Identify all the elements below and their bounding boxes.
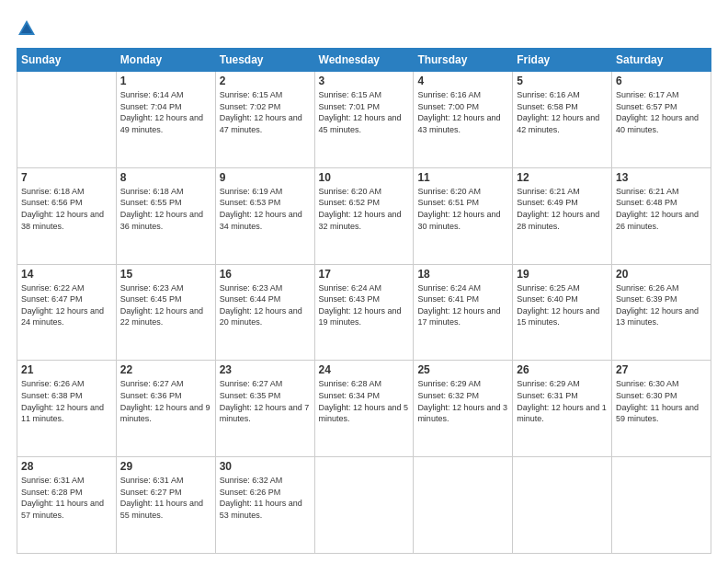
- calendar-cell: 20Sunrise: 6:26 AMSunset: 6:39 PMDayligh…: [612, 264, 711, 361]
- day-info: Sunrise: 6:24 AMSunset: 6:43 PMDaylight:…: [319, 282, 410, 328]
- day-number: 12: [517, 171, 608, 184]
- week-row-4: 21Sunrise: 6:26 AMSunset: 6:38 PMDayligh…: [17, 361, 711, 457]
- calendar-cell: 18Sunrise: 6:24 AMSunset: 6:41 PMDayligh…: [414, 264, 513, 361]
- day-number: 8: [120, 171, 211, 184]
- weekday-header-tuesday: Tuesday: [215, 49, 314, 72]
- day-number: 22: [120, 363, 211, 376]
- day-info: Sunrise: 6:19 AMSunset: 6:53 PMDaylight:…: [220, 186, 311, 232]
- calendar-cell: 22Sunrise: 6:27 AMSunset: 6:36 PMDayligh…: [116, 361, 215, 457]
- day-info: Sunrise: 6:20 AMSunset: 6:52 PMDaylight:…: [319, 186, 410, 232]
- calendar-cell: 6Sunrise: 6:17 AMSunset: 6:57 PMDaylight…: [612, 72, 711, 168]
- day-number: 30: [220, 460, 311, 473]
- calendar-cell: 5Sunrise: 6:16 AMSunset: 6:58 PMDaylight…: [513, 72, 612, 168]
- calendar-cell: 19Sunrise: 6:25 AMSunset: 6:40 PMDayligh…: [513, 264, 612, 361]
- weekday-header-wednesday: Wednesday: [314, 49, 414, 72]
- day-info: Sunrise: 6:23 AMSunset: 6:45 PMDaylight:…: [120, 282, 211, 328]
- day-number: 26: [517, 363, 608, 376]
- calendar-cell: 25Sunrise: 6:29 AMSunset: 6:32 PMDayligh…: [414, 361, 513, 457]
- calendar-table: SundayMondayTuesdayWednesdayThursdayFrid…: [17, 48, 711, 554]
- weekday-header-thursday: Thursday: [414, 49, 513, 72]
- week-row-1: 1Sunrise: 6:14 AMSunset: 7:04 PMDaylight…: [17, 72, 711, 168]
- day-info: Sunrise: 6:18 AMSunset: 6:56 PMDaylight:…: [21, 186, 112, 232]
- day-info: Sunrise: 6:16 AMSunset: 6:58 PMDaylight:…: [517, 89, 608, 135]
- day-info: Sunrise: 6:25 AMSunset: 6:40 PMDaylight:…: [517, 282, 608, 328]
- calendar-cell: 16Sunrise: 6:23 AMSunset: 6:44 PMDayligh…: [215, 264, 314, 361]
- day-number: 9: [220, 171, 311, 184]
- day-info: Sunrise: 6:27 AMSunset: 6:36 PMDaylight:…: [120, 378, 211, 424]
- day-info: Sunrise: 6:15 AMSunset: 7:02 PMDaylight:…: [220, 89, 311, 135]
- weekday-header-row: SundayMondayTuesdayWednesdayThursdayFrid…: [17, 49, 711, 72]
- calendar-cell: 17Sunrise: 6:24 AMSunset: 6:43 PMDayligh…: [314, 264, 414, 361]
- calendar-cell: 10Sunrise: 6:20 AMSunset: 6:52 PMDayligh…: [314, 167, 414, 264]
- day-info: Sunrise: 6:28 AMSunset: 6:34 PMDaylight:…: [319, 378, 410, 424]
- calendar-cell: [612, 457, 711, 554]
- day-info: Sunrise: 6:29 AMSunset: 6:31 PMDaylight:…: [517, 378, 608, 424]
- calendar-cell: 12Sunrise: 6:21 AMSunset: 6:49 PMDayligh…: [513, 167, 612, 264]
- calendar-cell: 28Sunrise: 6:31 AMSunset: 6:28 PMDayligh…: [17, 457, 117, 554]
- calendar-cell: 11Sunrise: 6:20 AMSunset: 6:51 PMDayligh…: [414, 167, 513, 264]
- day-number: 25: [417, 363, 508, 376]
- day-number: 14: [21, 268, 112, 281]
- day-number: 15: [120, 268, 211, 281]
- calendar-cell: 30Sunrise: 6:32 AMSunset: 6:26 PMDayligh…: [215, 457, 314, 554]
- day-number: 19: [517, 268, 608, 281]
- calendar-cell: 2Sunrise: 6:15 AMSunset: 7:02 PMDaylight…: [215, 72, 314, 168]
- day-info: Sunrise: 6:16 AMSunset: 7:00 PMDaylight:…: [417, 89, 508, 135]
- calendar-cell: 3Sunrise: 6:15 AMSunset: 7:01 PMDaylight…: [314, 72, 414, 168]
- day-number: 24: [319, 363, 410, 376]
- logo-icon: [17, 18, 37, 39]
- page: SundayMondayTuesdayWednesdayThursdayFrid…: [0, 0, 728, 563]
- day-info: Sunrise: 6:14 AMSunset: 7:04 PMDaylight:…: [120, 89, 211, 135]
- week-row-2: 7Sunrise: 6:18 AMSunset: 6:56 PMDaylight…: [17, 167, 711, 264]
- header: [17, 17, 711, 39]
- day-number: 28: [21, 460, 112, 473]
- day-info: Sunrise: 6:22 AMSunset: 6:47 PMDaylight:…: [21, 282, 112, 328]
- day-info: Sunrise: 6:31 AMSunset: 6:27 PMDaylight:…: [120, 475, 211, 521]
- weekday-header-sunday: Sunday: [17, 49, 117, 72]
- day-number: 6: [616, 75, 707, 87]
- day-number: 4: [417, 75, 508, 87]
- calendar-cell: 23Sunrise: 6:27 AMSunset: 6:35 PMDayligh…: [215, 361, 314, 457]
- day-number: 2: [220, 75, 311, 87]
- day-number: 23: [220, 363, 311, 376]
- day-number: 27: [616, 363, 707, 376]
- calendar-cell: 15Sunrise: 6:23 AMSunset: 6:45 PMDayligh…: [116, 264, 215, 361]
- weekday-header-saturday: Saturday: [612, 49, 711, 72]
- calendar-cell: [513, 457, 612, 554]
- calendar-cell: [314, 457, 414, 554]
- calendar-cell: 1Sunrise: 6:14 AMSunset: 7:04 PMDaylight…: [116, 72, 215, 168]
- day-number: 7: [21, 171, 112, 184]
- calendar-cell: 14Sunrise: 6:22 AMSunset: 6:47 PMDayligh…: [17, 264, 117, 361]
- day-info: Sunrise: 6:26 AMSunset: 6:38 PMDaylight:…: [21, 378, 112, 424]
- day-number: 1: [120, 75, 211, 87]
- day-info: Sunrise: 6:32 AMSunset: 6:26 PMDaylight:…: [220, 475, 311, 521]
- day-info: Sunrise: 6:15 AMSunset: 7:01 PMDaylight:…: [319, 89, 410, 135]
- day-number: 13: [616, 171, 707, 184]
- calendar-cell: 24Sunrise: 6:28 AMSunset: 6:34 PMDayligh…: [314, 361, 414, 457]
- calendar-cell: 27Sunrise: 6:30 AMSunset: 6:30 PMDayligh…: [612, 361, 711, 457]
- day-info: Sunrise: 6:31 AMSunset: 6:28 PMDaylight:…: [21, 475, 112, 521]
- calendar-cell: 26Sunrise: 6:29 AMSunset: 6:31 PMDayligh…: [513, 361, 612, 457]
- day-number: 3: [319, 75, 410, 87]
- calendar-cell: 21Sunrise: 6:26 AMSunset: 6:38 PMDayligh…: [17, 361, 117, 457]
- day-number: 20: [616, 268, 707, 281]
- day-info: Sunrise: 6:18 AMSunset: 6:55 PMDaylight:…: [120, 186, 211, 232]
- day-number: 11: [417, 171, 508, 184]
- calendar-cell: 8Sunrise: 6:18 AMSunset: 6:55 PMDaylight…: [116, 167, 215, 264]
- day-info: Sunrise: 6:29 AMSunset: 6:32 PMDaylight:…: [417, 378, 508, 424]
- calendar-cell: 4Sunrise: 6:16 AMSunset: 7:00 PMDaylight…: [414, 72, 513, 168]
- calendar-cell: 29Sunrise: 6:31 AMSunset: 6:27 PMDayligh…: [116, 457, 215, 554]
- day-info: Sunrise: 6:21 AMSunset: 6:49 PMDaylight:…: [517, 186, 608, 232]
- day-number: 29: [120, 460, 211, 473]
- week-row-5: 28Sunrise: 6:31 AMSunset: 6:28 PMDayligh…: [17, 457, 711, 554]
- day-info: Sunrise: 6:30 AMSunset: 6:30 PMDaylight:…: [616, 378, 707, 424]
- calendar-cell: 13Sunrise: 6:21 AMSunset: 6:48 PMDayligh…: [612, 167, 711, 264]
- day-number: 16: [220, 268, 311, 281]
- day-info: Sunrise: 6:27 AMSunset: 6:35 PMDaylight:…: [220, 378, 311, 424]
- week-row-3: 14Sunrise: 6:22 AMSunset: 6:47 PMDayligh…: [17, 264, 711, 361]
- weekday-header-monday: Monday: [116, 49, 215, 72]
- day-number: 21: [21, 363, 112, 376]
- calendar-cell: [17, 72, 117, 168]
- day-number: 18: [417, 268, 508, 281]
- day-number: 5: [517, 75, 608, 87]
